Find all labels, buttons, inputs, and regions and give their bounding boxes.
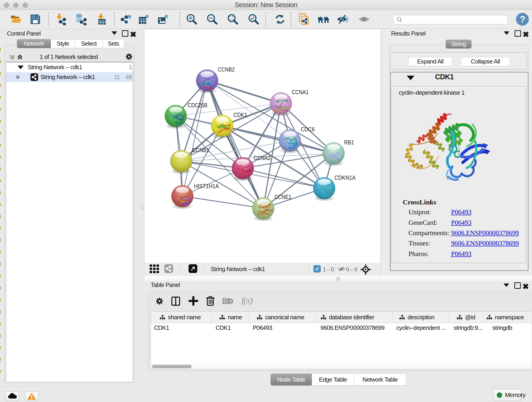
svg-text:CCNA1: CCNA1 xyxy=(292,89,309,96)
svg-text:CDC6: CDC6 xyxy=(301,126,315,133)
svg-text:CCNB2: CCNB2 xyxy=(218,66,234,73)
svg-text:HIST1H1A: HIST1H1A xyxy=(194,183,219,190)
svg-text:CDC25B: CDC25B xyxy=(188,102,207,109)
svg-text:CCNB1: CCNB1 xyxy=(192,147,209,153)
svg-text:CDKN1A: CDKN1A xyxy=(335,174,356,181)
svg-text:CDK1: CDK1 xyxy=(234,111,247,118)
svg-text:CCNE1: CCNE1 xyxy=(274,193,291,200)
svg-text:CCNA2: CCNA2 xyxy=(254,154,271,161)
svg-text:RB1: RB1 xyxy=(344,139,354,146)
